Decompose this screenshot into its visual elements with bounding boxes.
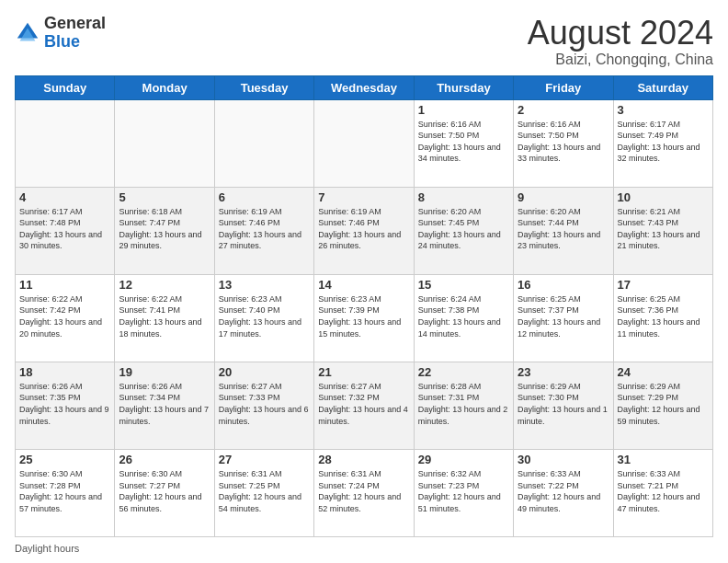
day-info: Sunrise: 6:29 AM Sunset: 7:29 PM Dayligh… — [618, 381, 709, 427]
day-number: 27 — [219, 453, 310, 466]
logo-icon — [15, 20, 40, 46]
day-number: 22 — [418, 365, 509, 379]
logo: General Blue — [15, 15, 106, 52]
day-info: Sunrise: 6:26 AM Sunset: 7:34 PM Dayligh… — [119, 381, 210, 427]
footer: Daylight hours — [15, 543, 713, 554]
table-row: 4Sunrise: 6:17 AM Sunset: 7:48 PM Daylig… — [16, 187, 115, 274]
day-info: Sunrise: 6:16 AM Sunset: 7:50 PM Dayligh… — [418, 119, 509, 165]
calendar-header-row: Sunday Monday Tuesday Wednesday Thursday… — [16, 75, 713, 99]
table-row: 25Sunrise: 6:30 AM Sunset: 7:28 PM Dayli… — [16, 449, 115, 536]
table-row: 14Sunrise: 6:23 AM Sunset: 7:39 PM Dayli… — [314, 274, 414, 362]
day-number: 16 — [518, 278, 609, 292]
logo-blue-text: Blue — [44, 32, 80, 51]
day-info: Sunrise: 6:25 AM Sunset: 7:36 PM Dayligh… — [618, 293, 709, 339]
day-number: 1 — [418, 103, 509, 117]
day-info: Sunrise: 6:23 AM Sunset: 7:40 PM Dayligh… — [219, 293, 310, 339]
table-row: 10Sunrise: 6:21 AM Sunset: 7:43 PM Dayli… — [613, 187, 712, 274]
table-row: 11Sunrise: 6:22 AM Sunset: 7:42 PM Dayli… — [16, 274, 115, 362]
day-info: Sunrise: 6:19 AM Sunset: 7:46 PM Dayligh… — [318, 206, 409, 252]
day-info: Sunrise: 6:21 AM Sunset: 7:43 PM Dayligh… — [618, 206, 709, 252]
day-number: 6 — [219, 190, 310, 204]
table-row: 16Sunrise: 6:25 AM Sunset: 7:37 PM Dayli… — [514, 274, 613, 362]
day-info: Sunrise: 6:27 AM Sunset: 7:33 PM Dayligh… — [219, 381, 310, 427]
day-info: Sunrise: 6:33 AM Sunset: 7:21 PM Dayligh… — [618, 468, 709, 514]
calendar-week-row: 11Sunrise: 6:22 AM Sunset: 7:42 PM Dayli… — [16, 274, 713, 362]
table-row: 30Sunrise: 6:33 AM Sunset: 7:22 PM Dayli… — [514, 449, 613, 536]
day-info: Sunrise: 6:22 AM Sunset: 7:41 PM Dayligh… — [119, 293, 210, 339]
table-row: 12Sunrise: 6:22 AM Sunset: 7:41 PM Dayli… — [115, 274, 214, 362]
table-row: 29Sunrise: 6:32 AM Sunset: 7:23 PM Dayli… — [414, 449, 513, 536]
table-row: 19Sunrise: 6:26 AM Sunset: 7:34 PM Dayli… — [115, 362, 214, 449]
day-number: 20 — [219, 365, 310, 379]
day-number: 7 — [318, 190, 409, 204]
table-row: 18Sunrise: 6:26 AM Sunset: 7:35 PM Dayli… — [16, 362, 115, 449]
day-number: 21 — [318, 365, 409, 379]
day-info: Sunrise: 6:31 AM Sunset: 7:24 PM Dayligh… — [318, 468, 409, 514]
table-row: 23Sunrise: 6:29 AM Sunset: 7:30 PM Dayli… — [514, 362, 613, 449]
calendar-week-row: 18Sunrise: 6:26 AM Sunset: 7:35 PM Dayli… — [16, 362, 713, 449]
table-row: 28Sunrise: 6:31 AM Sunset: 7:24 PM Dayli… — [314, 449, 414, 536]
day-info: Sunrise: 6:28 AM Sunset: 7:31 PM Dayligh… — [418, 381, 509, 427]
day-info: Sunrise: 6:30 AM Sunset: 7:27 PM Dayligh… — [119, 468, 210, 514]
calendar-week-row: 4Sunrise: 6:17 AM Sunset: 7:48 PM Daylig… — [16, 187, 713, 274]
table-row: 24Sunrise: 6:29 AM Sunset: 7:29 PM Dayli… — [613, 362, 712, 449]
table-row: 17Sunrise: 6:25 AM Sunset: 7:36 PM Dayli… — [613, 274, 712, 362]
day-info: Sunrise: 6:18 AM Sunset: 7:47 PM Dayligh… — [119, 206, 210, 252]
table-row: 27Sunrise: 6:31 AM Sunset: 7:25 PM Dayli… — [214, 449, 313, 536]
day-info: Sunrise: 6:20 AM Sunset: 7:45 PM Dayligh… — [418, 206, 509, 252]
day-number: 5 — [119, 190, 210, 204]
table-row — [214, 99, 313, 187]
table-row: 3Sunrise: 6:17 AM Sunset: 7:49 PM Daylig… — [613, 99, 712, 187]
table-row: 5Sunrise: 6:18 AM Sunset: 7:47 PM Daylig… — [115, 187, 214, 274]
day-number: 29 — [418, 453, 509, 466]
day-number: 13 — [219, 278, 310, 292]
day-number: 23 — [518, 365, 609, 379]
day-number: 11 — [19, 278, 110, 292]
table-row: 13Sunrise: 6:23 AM Sunset: 7:40 PM Dayli… — [214, 274, 313, 362]
title-section: August 2024 Baizi, Chongqing, China — [528, 15, 713, 68]
col-monday: Monday — [115, 75, 214, 99]
day-number: 3 — [618, 103, 709, 117]
table-row: 21Sunrise: 6:27 AM Sunset: 7:32 PM Dayli… — [314, 362, 414, 449]
calendar-week-row: 25Sunrise: 6:30 AM Sunset: 7:28 PM Dayli… — [16, 449, 713, 536]
day-info: Sunrise: 6:16 AM Sunset: 7:50 PM Dayligh… — [518, 119, 609, 165]
day-number: 8 — [418, 190, 509, 204]
day-info: Sunrise: 6:17 AM Sunset: 7:48 PM Dayligh… — [19, 206, 110, 252]
col-tuesday: Tuesday — [214, 75, 313, 99]
table-row: 1Sunrise: 6:16 AM Sunset: 7:50 PM Daylig… — [414, 99, 513, 187]
table-row: 6Sunrise: 6:19 AM Sunset: 7:46 PM Daylig… — [214, 187, 313, 274]
col-friday: Friday — [514, 75, 613, 99]
day-number: 2 — [518, 103, 609, 117]
day-info: Sunrise: 6:24 AM Sunset: 7:38 PM Dayligh… — [418, 293, 509, 339]
month-title: August 2024 — [528, 15, 713, 52]
day-info: Sunrise: 6:23 AM Sunset: 7:39 PM Dayligh… — [318, 293, 409, 339]
day-number: 31 — [618, 453, 709, 466]
day-number: 15 — [418, 278, 509, 292]
day-info: Sunrise: 6:32 AM Sunset: 7:23 PM Dayligh… — [418, 468, 509, 514]
day-info: Sunrise: 6:17 AM Sunset: 7:49 PM Dayligh… — [618, 119, 709, 165]
col-sunday: Sunday — [16, 75, 115, 99]
calendar-table: Sunday Monday Tuesday Wednesday Thursday… — [15, 75, 713, 537]
table-row: 2Sunrise: 6:16 AM Sunset: 7:50 PM Daylig… — [514, 99, 613, 187]
table-row: 26Sunrise: 6:30 AM Sunset: 7:27 PM Dayli… — [115, 449, 214, 536]
page: General Blue August 2024 Baizi, Chongqin… — [0, 0, 728, 563]
day-number: 30 — [518, 453, 609, 466]
day-number: 25 — [19, 453, 110, 466]
logo-general-text: General — [44, 14, 106, 32]
table-row — [115, 99, 214, 187]
day-number: 9 — [518, 190, 609, 204]
table-row: 7Sunrise: 6:19 AM Sunset: 7:46 PM Daylig… — [314, 187, 414, 274]
day-info: Sunrise: 6:20 AM Sunset: 7:44 PM Dayligh… — [518, 206, 609, 252]
table-row: 15Sunrise: 6:24 AM Sunset: 7:38 PM Dayli… — [414, 274, 513, 362]
day-info: Sunrise: 6:19 AM Sunset: 7:46 PM Dayligh… — [219, 206, 310, 252]
col-wednesday: Wednesday — [314, 75, 414, 99]
day-number: 4 — [19, 190, 110, 204]
day-number: 10 — [618, 190, 709, 204]
day-number: 14 — [318, 278, 409, 292]
day-number: 24 — [618, 365, 709, 379]
table-row: 31Sunrise: 6:33 AM Sunset: 7:21 PM Dayli… — [613, 449, 712, 536]
day-info: Sunrise: 6:27 AM Sunset: 7:32 PM Dayligh… — [318, 381, 409, 427]
day-number: 19 — [119, 365, 210, 379]
day-number: 26 — [119, 453, 210, 466]
day-info: Sunrise: 6:29 AM Sunset: 7:30 PM Dayligh… — [518, 381, 609, 427]
